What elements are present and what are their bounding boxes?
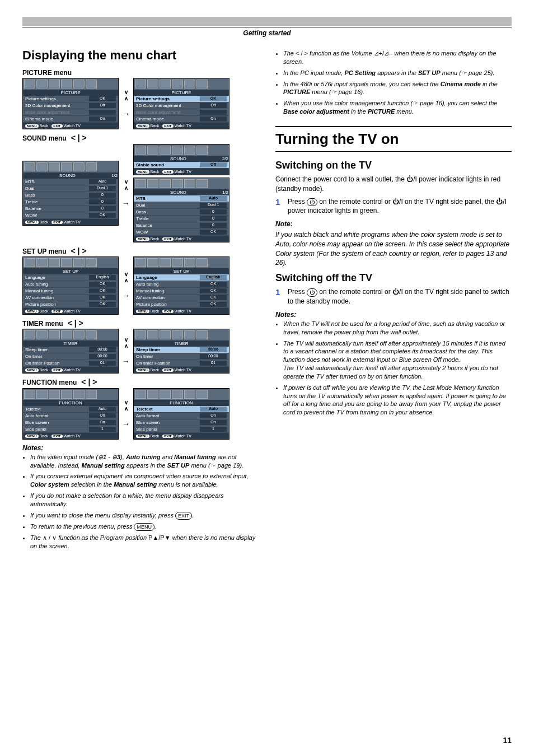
menu-row: Picture positionOK	[134, 301, 229, 308]
note-item: The TV will automatically turn itself of…	[283, 339, 512, 381]
menu-footer: MENU BackEXIT Watch TV	[23, 123, 118, 129]
step-number: 1	[275, 287, 283, 306]
note-item: In the video input mode (⊕1 - ⊕3), Auto …	[30, 453, 259, 470]
menu-title: PICTURE	[23, 90, 118, 96]
menu-title: TIMER	[134, 340, 229, 347]
menu-section-label: FUNCTION menu< | >	[22, 378, 259, 386]
menu-row: 3D Color managementOff	[134, 102, 229, 109]
step-text: Press ⏻ on the remote control or ⏻/I on …	[288, 287, 512, 306]
menu-row: LanguageEnglish	[134, 274, 229, 281]
note-item: In the PC input mode, PC Setting appears…	[283, 69, 512, 77]
switch-on-heading: Switching on the TV	[275, 160, 512, 171]
menu-row: Base color adjustment	[134, 109, 229, 116]
menu-footer: MENU BackEXIT Watch TV	[23, 308, 118, 314]
menu-row: Treble0	[134, 216, 229, 222]
switch-off-heading: Switching off the TV	[275, 272, 512, 284]
menu-row: MTSAuto	[23, 179, 118, 185]
menu-footer: MENU BackEXIT Watch TV	[23, 219, 118, 225]
note-item: If you do not make a selection for a whi…	[30, 492, 259, 508]
menu-footer: MENU BackEXIT Watch TV	[23, 367, 118, 373]
menu-row: On timer Position01	[23, 360, 118, 367]
menu-tab-icons	[23, 257, 118, 268]
menu-footer: MENU BackEXIT Watch TV	[23, 433, 118, 439]
left-column: Displaying the menu chart PICTURE menu P…	[22, 48, 259, 555]
menu-row: Stable soundOff	[134, 162, 229, 169]
menu-title: FUNCTION	[23, 400, 118, 406]
menu-row: Cinema modeOn	[134, 116, 229, 123]
menu-row: On timer00:00	[23, 353, 118, 360]
menu-row: Sleep timer00:00	[134, 347, 229, 353]
note-item: If you want to close the menu display in…	[30, 511, 259, 520]
note-item: In the 480i or 576i input signals mode, …	[283, 80, 512, 97]
menu-section-label: TIMER menu< | >	[22, 319, 259, 328]
menu-tab-icons	[23, 389, 118, 400]
note-item: If you connect external equipment via co…	[30, 472, 259, 489]
menu-row: Picture settingsOK	[134, 96, 229, 102]
menu-row: On timer Position01	[134, 360, 229, 367]
menu-tab-icons	[134, 178, 229, 189]
switch-on-step: 1 Press ⏻ on the remote control or ⏻/I o…	[275, 197, 512, 216]
menu-row: Picture positionOK	[23, 301, 118, 308]
transition-arrows	[122, 399, 130, 428]
step-number: 1	[275, 197, 283, 216]
right-column: The < / > function as the Volume ⊿+/⊿– w…	[275, 48, 512, 555]
menu-tab-icons	[23, 78, 118, 90]
menu-row: Blue screenOn	[23, 419, 118, 426]
menu-section-label: PICTURE menu	[22, 69, 259, 77]
menu-row: Auto tuningOK	[134, 281, 229, 288]
menu-title: TIMER	[23, 340, 118, 347]
menu-footer: MENU BackEXIT Watch TV	[134, 367, 229, 373]
menu-title: PICTURE	[134, 90, 229, 96]
menu-row: Sleep timer00:00	[23, 347, 118, 353]
menu-tab-icons	[23, 161, 118, 172]
menu-screenshot: SOUND1/2 MTSAutoDualDual 1Bass0Treble0Ba…	[22, 161, 119, 226]
menu-pair: SET UP LanguageEnglishAuto tuningOKManua…	[22, 256, 259, 315]
menu-row: Side panel1	[134, 426, 229, 433]
menu-row: Picture settingsOK	[23, 96, 118, 102]
menu-pair: PICTURE Picture settingsOK3D Color manag…	[22, 78, 259, 129]
transition-arrows	[122, 337, 130, 366]
menu-title: SET UP	[23, 268, 118, 274]
menu-tab-icons	[134, 144, 229, 156]
notes-continued: The < / > function as the Volume ⊿+/⊿– w…	[275, 49, 512, 116]
notes-heading: Notes:	[22, 444, 259, 452]
transition-arrows	[122, 179, 130, 208]
note-item: The ∧ / ∨ function as the Program positi…	[30, 534, 259, 550]
menu-row: Auto formatOn	[23, 413, 118, 419]
note-heading: Note:	[275, 220, 512, 228]
menu-row: Blue screenOn	[134, 419, 229, 426]
menu-screenshot: SOUND2/2 Stable soundOff MENU BackEXIT W…	[133, 144, 229, 175]
menu-tab-icons	[134, 329, 229, 340]
menu-screenshot: TIMER Sleep timer00:00On timer00:00On ti…	[22, 329, 119, 374]
menu-tab-icons	[23, 329, 118, 340]
section-header: Getting started	[22, 27, 512, 48]
step-text: Press ⏻ on the remote control or ⏻/I on …	[288, 197, 512, 216]
menu-section-label: SOUND menu< | >	[22, 134, 259, 142]
menu-screenshot: FUNCTION TeletextAutoAuto formatOnBlue s…	[133, 388, 229, 440]
menu-row: WOWOK	[23, 212, 118, 219]
menu-screenshot: SET UP LanguageEnglishAuto tuningOKManua…	[133, 256, 229, 315]
menu-row: 3D Color managementOff	[23, 102, 118, 109]
menu-footer: MENU BackEXIT Watch TV	[134, 308, 229, 314]
menu-row: On timer00:00	[134, 353, 229, 360]
menu-footer: MENU BackEXIT Watch TV	[134, 169, 229, 175]
page-number: 11	[503, 736, 512, 745]
menu-tab-icons	[134, 257, 229, 268]
note-item: When you use the color management functi…	[283, 99, 512, 116]
menu-screenshot: SOUND1/2 MTSAutoDualDual 1Bass0Treble0Ba…	[133, 178, 229, 242]
note-item: To return to the previous menu, press ME…	[30, 522, 259, 531]
menu-footer: MENU BackEXIT Watch TV	[134, 123, 229, 129]
note-item: When the TV will not be used for a long …	[283, 320, 512, 337]
menu-row: Auto tuningOK	[23, 281, 118, 288]
menu-section-label: SET UP menu< | >	[22, 247, 259, 255]
menu-row: LanguageEnglish	[23, 274, 118, 281]
menu-row: AV connectionOK	[134, 295, 229, 301]
transition-arrows	[122, 271, 130, 300]
menu-row: Bass0	[23, 192, 118, 199]
left-title: Displaying the menu chart	[22, 48, 259, 63]
menu-row: AV connectionOK	[23, 295, 118, 301]
menu-row: TeletextAuto	[23, 406, 118, 413]
menu-row: TeletextAuto	[134, 406, 229, 413]
turning-on-heading: Turning the TV on	[275, 126, 512, 152]
menu-pair: SOUND1/2 MTSAutoDualDual 1Bass0Treble0Ba…	[22, 144, 259, 242]
